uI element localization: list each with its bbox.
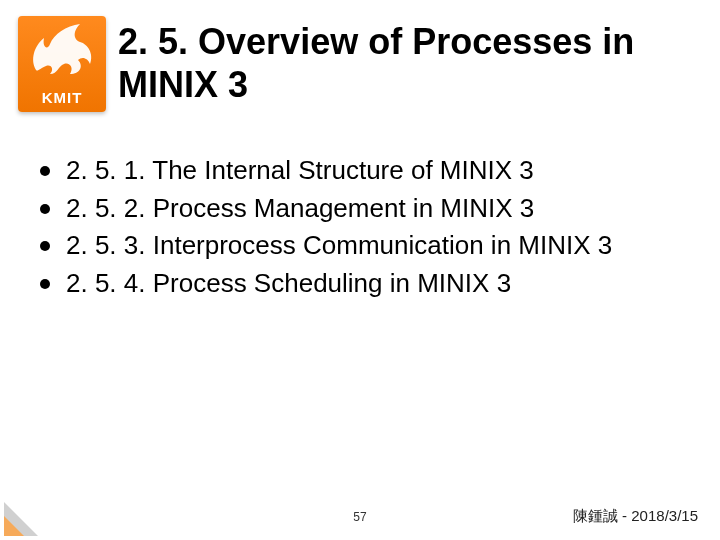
slide-title: 2. 5. Overview of Processes in MINIX 3 bbox=[118, 20, 698, 106]
slide: KMIT 2. 5. Overview of Processes in MINI… bbox=[0, 0, 720, 540]
kmit-logo: KMIT bbox=[18, 16, 106, 112]
list-item: 2. 5. 2. Process Management in MINIX 3 bbox=[36, 190, 686, 228]
logo-label: KMIT bbox=[18, 89, 106, 106]
list-item: 2. 5. 4. Process Scheduling in MINIX 3 bbox=[36, 265, 686, 303]
footer-author-date: 陳鍾誠 - 2018/3/15 bbox=[573, 507, 698, 526]
flame-icon bbox=[24, 20, 100, 78]
bullet-list: 2. 5. 1. The Internal Structure of MINIX… bbox=[36, 152, 686, 303]
list-item: 2. 5. 1. The Internal Structure of MINIX… bbox=[36, 152, 686, 190]
list-item: 2. 5. 3. Interprocess Communication in M… bbox=[36, 227, 686, 265]
